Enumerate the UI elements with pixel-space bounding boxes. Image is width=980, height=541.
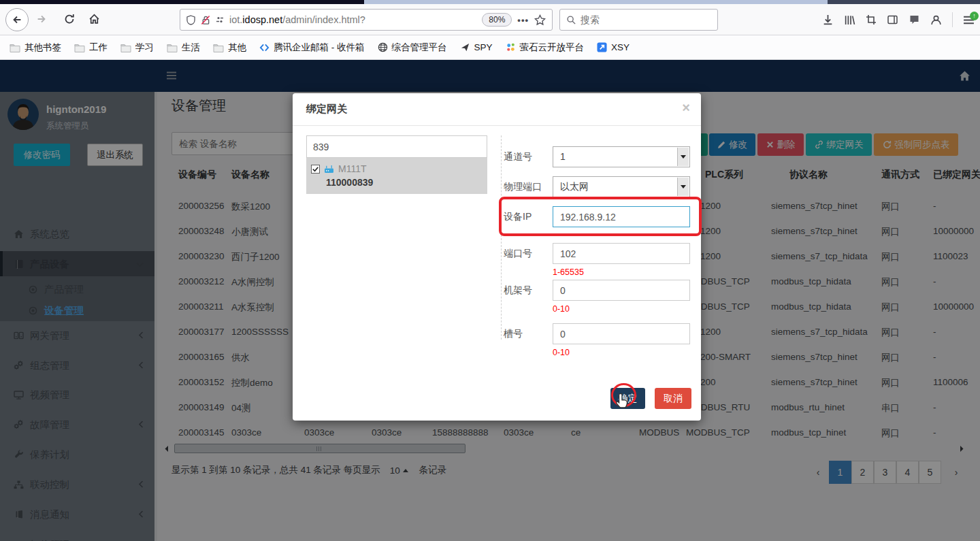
bookmark-item[interactable]: 萤石云开放平台 [506,42,585,54]
router-icon [324,165,334,174]
bookmark-label: 萤石云开放平台 [520,42,585,54]
back-button[interactable] [5,8,29,31]
page-actions-icon[interactable]: ••• [517,15,529,25]
bind-gateway-modal: 绑定网关 × M111T 110000839 通道号1物理端口以太网设备IP端口… [293,93,701,421]
bookmark-label: 工作 [89,42,108,54]
gateway-filter-input[interactable] [306,135,487,158]
bookmark-label: 其他书签 [24,42,61,54]
field-physical-port-select[interactable]: 以太网 [553,176,690,197]
download-icon[interactable] [822,14,834,26]
gateway-id: 110000839 [326,177,373,188]
bookmark-item[interactable]: 腾讯企业邮箱 - 收件箱 [259,42,365,54]
field-port-input[interactable] [553,243,690,264]
bookmark-label: XSY [611,42,630,52]
gateway-list-item[interactable]: M111T 110000839 [306,158,487,194]
url-text: iot.idosp.net/admin/index.html? [229,14,365,25]
browser-search-input[interactable] [581,14,689,25]
bookmark-label: 学习 [135,42,154,54]
hand-cursor-icon [614,392,632,414]
bookmark-item[interactable]: 工作 [74,42,108,54]
bookmark-item[interactable]: 学习 [120,42,154,54]
field-hint: 0-10 [553,304,570,314]
select-value: 以太网 [560,181,589,193]
bookmark-item[interactable]: 生活 [167,42,200,54]
bookmark-label: 其他 [228,42,246,54]
field-label-slot: 槽号 [504,323,551,344]
xsy-icon [597,42,607,52]
field-label-rack: 机架号 [504,280,551,301]
annotation-highlight-rect [499,197,702,236]
folder-icon [120,43,131,52]
page-viewport: hignton2019 系统管理员 修改密码 退出系统 系统总览产品设备产品管理… [0,60,980,541]
field-label-channel: 通道号 [504,146,551,167]
zoom-indicator[interactable]: 80% [482,13,512,27]
tencent-mail-icon [259,43,270,52]
bookmark-item[interactable]: SPY [460,42,493,52]
field-slot-input[interactable] [553,323,690,344]
bookmarks-bar: 其他书签工作学习生活其他腾讯企业邮箱 - 收件箱综合管理平台SPY萤石云开放平台… [0,35,980,60]
field-hint: 0-10 [553,348,570,357]
bookmark-item[interactable]: 其他 [213,42,246,54]
ezviz-icon [506,42,516,52]
screen: iot.idosp.net/admin/index.html? 80% ••• … [0,0,980,541]
library-icon[interactable] [844,14,855,26]
folder-icon [167,43,178,52]
select-arrow-icon[interactable] [677,148,689,166]
folder-icon [213,43,224,52]
insecure-lock-icon[interactable] [201,15,210,25]
select-arrow-icon[interactable] [677,178,689,196]
close-icon[interactable]: × [682,100,690,116]
chat-bubble-icon[interactable] [909,14,920,25]
field-rack-input[interactable] [553,280,690,301]
back-arrow-icon [11,14,23,26]
bookmark-label: 综合管理平台 [392,42,447,54]
bookmark-label: SPY [474,42,493,52]
field-label-port: 端口号 [504,243,551,264]
toolbar-separator [952,12,953,27]
shield-icon[interactable] [186,15,195,25]
url-bar[interactable]: iot.idosp.net/admin/index.html? 80% ••• [180,9,553,31]
sidebar-toggle-icon[interactable] [887,14,898,25]
update-badge: ↑ [970,12,979,20]
folder-icon [10,43,20,52]
folder-icon [74,43,85,52]
browser-toolbar: iot.idosp.net/admin/index.html? 80% ••• … [0,4,980,35]
globe-icon [378,42,388,52]
spy-icon [460,42,470,52]
bookmark-item[interactable]: XSY [597,42,630,52]
browser-search-box[interactable] [559,9,718,31]
modal-header: 绑定网关 × [293,93,701,126]
bookmark-item[interactable]: 综合管理平台 [378,42,447,54]
permissions-icon[interactable] [216,15,224,24]
browser-home-button[interactable] [88,13,100,24]
field-label-physical-port: 物理端口 [504,176,551,197]
modal-divider [501,135,502,340]
forward-button[interactable] [35,13,48,25]
screenshot-icon[interactable] [866,14,877,25]
field-hint: 1-65535 [553,267,584,277]
modal-title: 绑定网关 [306,103,347,116]
bookmark-label: 腾讯企业邮箱 - 收件箱 [274,42,365,54]
bookmark-item[interactable]: 其他书签 [10,42,61,54]
bookmark-star-icon[interactable] [534,14,546,26]
checkbox-checked-icon[interactable] [311,165,320,174]
select-value: 1 [560,151,566,162]
bookmark-label: 生活 [182,42,200,54]
menu-button[interactable]: ↑ [963,15,975,25]
cancel-button[interactable]: 取消 [655,388,691,409]
gateway-name: M111T [338,163,367,174]
account-icon[interactable] [930,14,942,26]
search-icon [566,15,576,24]
field-channel-select[interactable]: 1 [553,146,690,167]
reload-button[interactable] [64,14,75,24]
